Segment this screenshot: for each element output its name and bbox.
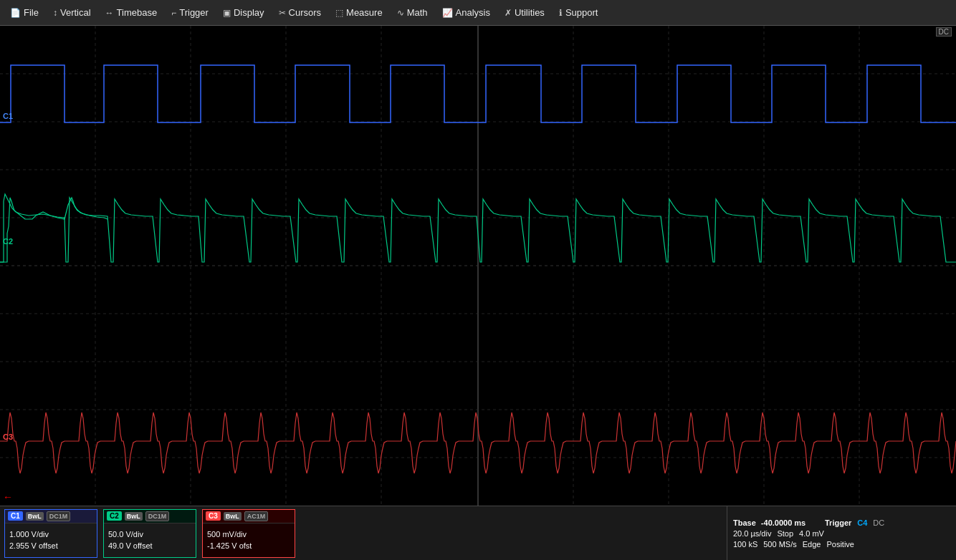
scope-display: C1 C2 C3 DC ← — [0, 26, 956, 506]
menu-utilities[interactable]: ✗ Utilities — [497, 4, 552, 21]
c1-vdiv: 1.000 V/div — [9, 528, 92, 541]
menu-math[interactable]: ∿ Math — [390, 4, 435, 21]
scroll-left-arrow[interactable]: ← — [3, 491, 13, 503]
c1-badge: C1 — [8, 511, 23, 521]
menu-measure[interactable]: ⬚ Measure — [328, 4, 390, 21]
menu-math-label: Math — [407, 7, 428, 18]
c2-bwl: BwL — [125, 512, 143, 521]
menu-display[interactable]: ▣ Display — [216, 4, 272, 21]
c2-info-box[interactable]: C2 BwL DC1M 50.0 V/div 49.0 V offset — [103, 509, 196, 558]
measure-icon: ⬚ — [335, 8, 343, 18]
c3-coupling: AC1M — [244, 511, 269, 521]
c3-info-box[interactable]: C3 BwL AC1M 500 mV/div -1.425 V ofst — [202, 509, 295, 558]
tbase-label: Tbase -40.0000 ms — [733, 518, 819, 527]
menu-file-label: File — [24, 7, 39, 18]
menu-file[interactable]: 📄 File — [3, 4, 46, 21]
c2-vdiv: 50.0 V/div — [108, 528, 191, 541]
channel-status-section: C1 BwL DC1M 1.000 V/div 2.955 V offset C… — [0, 506, 727, 560]
file-icon: 📄 — [10, 8, 21, 18]
utilities-icon: ✗ — [505, 8, 512, 18]
c2-values: 50.0 V/div 49.0 V offset — [104, 523, 196, 557]
c2-coupling: DC1M — [145, 511, 170, 521]
trigger-icon: ⌐ — [171, 8, 176, 18]
menu-cursors[interactable]: ✂ Cursors — [272, 4, 329, 21]
menu-timebase-label: Timebase — [117, 7, 158, 18]
grid — [0, 26, 956, 506]
trigger-ch: C4 — [857, 518, 867, 527]
menu-timebase[interactable]: ↔ Timebase — [98, 4, 165, 21]
div-value: 20.0 µs/div — [733, 529, 771, 538]
timebase-status: Tbase -40.0000 ms Trigger C4 DC 20.0 µs/… — [727, 506, 956, 560]
timebase-icon: ↔ — [105, 8, 114, 18]
math-icon: ∿ — [397, 8, 404, 18]
dc-badge: DC — [936, 27, 952, 37]
trigger-type: Edge — [803, 540, 821, 549]
menu-display-label: Display — [234, 7, 264, 18]
menu-trigger-label: Trigger — [179, 7, 209, 18]
menu-vertical[interactable]: ↕ Vertical — [46, 4, 98, 21]
c3-badge: C3 — [206, 511, 221, 521]
menu-utilities-label: Utilities — [515, 7, 545, 18]
c3-vdiv: 500 mV/div — [207, 528, 290, 541]
trigger-slope: Positive — [826, 540, 854, 549]
cursors-icon: ✂ — [279, 8, 286, 18]
c3-label: C3 — [3, 433, 13, 441]
menu-support-label: Support — [565, 7, 598, 18]
trigger-state: Stop — [777, 529, 793, 538]
menu-bar: 📄 File ↕ Vertical ↔ Timebase ⌐ Trigger ▣… — [0, 0, 956, 26]
tbase-row2: 20.0 µs/div Stop 4.0 mV — [733, 529, 950, 538]
c3-values: 500 mV/div -1.425 V ofst — [203, 523, 295, 557]
c2-offset: 49.0 V offset — [108, 540, 191, 552]
c2-badge: C2 — [107, 511, 122, 521]
c1-coupling: DC1M — [47, 511, 71, 521]
menu-measure-label: Measure — [346, 7, 383, 18]
c3-bwl: BwL — [224, 512, 242, 521]
trigger-dc: DC — [873, 518, 884, 527]
menu-analysis-label: Analysis — [456, 7, 490, 18]
vertical-icon: ↕ — [53, 8, 57, 18]
c1-bwl: BwL — [26, 512, 44, 521]
status-bar: C1 BwL DC1M 1.000 V/div 2.955 V offset C… — [0, 506, 956, 560]
trigger-level: 4.0 mV — [799, 529, 824, 538]
c3-offset: -1.425 V ofst — [207, 540, 290, 552]
c2-label: C2 — [3, 237, 13, 246]
trigger-label: Trigger — [825, 518, 851, 527]
menu-cursors-label: Cursors — [289, 7, 322, 18]
c1-offset: 2.955 V offset — [9, 540, 92, 552]
menu-support[interactable]: ℹ Support — [552, 4, 606, 21]
analysis-icon: 📈 — [442, 8, 453, 18]
display-icon: ▣ — [223, 8, 231, 18]
c1-label: C1 — [3, 112, 13, 120]
menu-vertical-label: Vertical — [60, 7, 91, 18]
menu-analysis[interactable]: 📈 Analysis — [435, 4, 497, 21]
c1-info-box[interactable]: C1 BwL DC1M 1.000 V/div 2.955 V offset — [4, 509, 97, 558]
c1-values: 1.000 V/div 2.955 V offset — [5, 523, 97, 557]
menu-trigger[interactable]: ⌐ Trigger — [164, 4, 216, 21]
tbase-row3: 100 kS 500 MS/s Edge Positive — [733, 540, 950, 549]
samples: 100 kS — [733, 540, 757, 549]
support-icon: ℹ — [559, 8, 563, 18]
tbase-row1: Tbase -40.0000 ms Trigger C4 DC — [733, 518, 950, 527]
sample-rate: 500 MS/s — [763, 540, 796, 549]
